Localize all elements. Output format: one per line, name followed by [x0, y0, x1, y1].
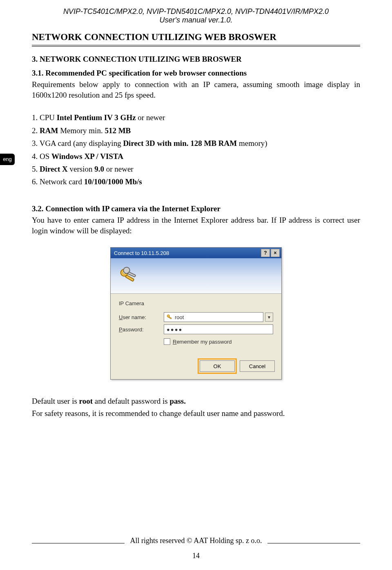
t: and default password is: [93, 397, 169, 405]
spec-list: 1. CPU Intel Pentium IV 3 GHz or newer 2…: [32, 112, 360, 188]
key-icon: [167, 314, 172, 320]
doc-header-models: NVIP-TC5401C/MPX2.0, NVIP-TDN5401C/MPX2.…: [32, 7, 360, 16]
t: memory): [237, 139, 267, 148]
t: 6. Network card: [32, 177, 84, 186]
remember-label: Remember my password: [173, 339, 232, 345]
default-credentials: Default user is root and default passwor…: [32, 396, 360, 407]
t: RAM: [40, 126, 58, 135]
t: 3. VGA card (any displaying: [32, 139, 123, 148]
spec-item-4: 4. OS Windows XP / VISTA: [32, 150, 360, 162]
t: Default user is: [32, 397, 79, 405]
t: emember my password: [176, 339, 232, 345]
t: 4. OS: [32, 152, 51, 161]
t: Windows XP / VISTA: [51, 152, 123, 161]
doc-header-version: User's manual ver.1.0.: [32, 16, 360, 25]
password-input[interactable]: ●●●●: [164, 324, 273, 334]
svg-rect-6: [169, 317, 172, 319]
t: or newer: [104, 165, 134, 173]
spec-item-6: 6. Network card 10/100/1000 Mb/s: [32, 176, 360, 188]
dialog-title: Connect to 10.11.5.208: [114, 250, 169, 256]
safety-note: For safety reasons, it is recommended to…: [32, 408, 360, 419]
footer: All rights reserved © AAT Holding sp. z …: [0, 535, 392, 560]
t: pass.: [169, 397, 186, 405]
dialog-titlebar[interactable]: Connect to 10.11.5.208 ? ×: [111, 248, 281, 258]
remember-checkbox[interactable]: [164, 338, 170, 345]
close-button[interactable]: ×: [271, 249, 280, 257]
t: version: [68, 165, 94, 173]
heading-s3: 3. NETWORK CONNECTION UTILIZING WEB BROS…: [32, 55, 360, 64]
t: root: [79, 397, 93, 405]
rule-double: [32, 45, 360, 47]
t: assword:: [122, 326, 144, 333]
heading-s3-1: 3.1. Recommended PC specification for we…: [32, 69, 360, 78]
t: or newer: [136, 113, 165, 122]
spec-item-5: 5. Direct X version 9.0 or newer: [32, 163, 360, 175]
section-title: NETWORK CONNECTION UTILIZING WEB BROSWER: [32, 32, 360, 42]
cancel-button[interactable]: Cancel: [240, 360, 275, 372]
spec-item-1: 1. CPU Intel Pentium IV 3 GHz or newer: [32, 112, 360, 123]
t: 512 MB: [105, 126, 131, 135]
t: 10/100/1000 Mb/s: [84, 177, 142, 186]
spec-item-3: 3. VGA card (any displaying Direct 3D wi…: [32, 137, 360, 149]
password-label: Password:: [119, 326, 164, 333]
help-button[interactable]: ?: [261, 249, 270, 257]
page-number: 14: [0, 552, 392, 560]
login-dialog: Connect to 10.11.5.208 ? × IP Camera: [110, 247, 282, 380]
t: 9.0: [94, 165, 104, 173]
dialog-realm: IP Camera: [119, 300, 273, 306]
dialog-banner: [111, 258, 281, 294]
footer-rule-right: [267, 543, 360, 543]
para-s3-1: Requirements below apply to connection w…: [32, 79, 360, 100]
t: Memory min.: [58, 126, 105, 135]
username-value: root: [175, 314, 184, 320]
t: R: [173, 339, 176, 345]
t: Direct 3D with min. 128 MB RAM: [123, 139, 237, 148]
ok-button[interactable]: OK: [200, 360, 235, 372]
footer-rule-left: [32, 543, 125, 543]
t: U: [119, 314, 122, 320]
t: P: [119, 326, 122, 333]
t: 2.: [32, 126, 40, 135]
username-input[interactable]: root: [164, 312, 263, 322]
username-dropdown[interactable]: ▼: [265, 313, 273, 322]
t: ser name:: [122, 314, 146, 320]
username-label: User name:: [119, 314, 164, 320]
heading-s3-2: 3.2. Connection with IP camera via the I…: [32, 204, 360, 213]
lang-tab: eng: [0, 154, 15, 165]
para-s3-2: You have to enter camera IP address in t…: [32, 215, 360, 236]
spec-item-2: 2. RAM Memory min. 512 MB: [32, 125, 360, 136]
t: 5.: [32, 165, 40, 173]
keys-icon: [118, 266, 137, 285]
t: 1. CPU: [32, 113, 57, 122]
footer-rights: All rights reserved © AAT Holding sp. z …: [130, 536, 262, 545]
t: Direct X: [40, 165, 68, 173]
password-value: ●●●●: [167, 326, 183, 333]
t: Intel Pentium IV 3 GHz: [57, 113, 136, 122]
